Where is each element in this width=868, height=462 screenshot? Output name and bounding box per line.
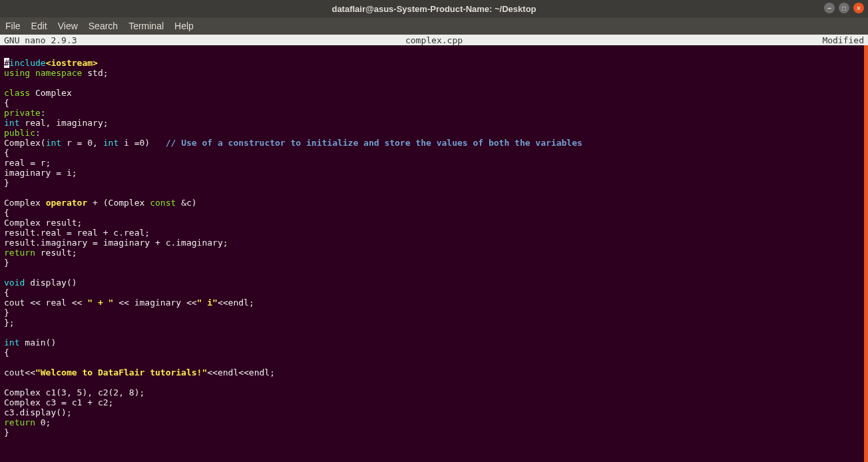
- code-token: {: [4, 208, 9, 218]
- code-token: c3.display();: [4, 407, 72, 417]
- code-token: {: [4, 288, 9, 298]
- code-token: Complex: [30, 88, 72, 98]
- code-token: class: [4, 88, 30, 98]
- cursor: #: [4, 58, 9, 68]
- code-token: int: [103, 138, 118, 148]
- window-controls: – □ ×: [824, 3, 864, 13]
- code-token: + (Complex: [87, 198, 150, 208]
- code-token: display(): [25, 278, 77, 288]
- editor-area[interactable]: #include<iostream> using namespace std; …: [0, 45, 868, 440]
- code-token: Complex: [4, 198, 46, 208]
- code-token: cout << real <<: [4, 298, 87, 308]
- code-token: int: [4, 118, 19, 128]
- code-token: const: [150, 198, 176, 208]
- code-string: "Welcome to DataFlair tutorials!": [35, 367, 207, 377]
- code-token: :: [41, 108, 46, 118]
- nano-modified-status: Modified: [822, 35, 864, 45]
- code-token: :: [35, 128, 41, 138]
- code-token: Complex result;: [4, 218, 82, 228]
- code-token: &c): [176, 198, 196, 208]
- code-token: }: [4, 258, 9, 268]
- code-token: };: [4, 318, 15, 328]
- titlebar: dataflair@asus-System-Product-Name: ~/De…: [0, 0, 868, 17]
- nano-statusbar: GNU nano 2.9.3 complex.cpp Modified: [0, 35, 868, 45]
- code-token: result.real = real + c.real;: [4, 228, 150, 238]
- code-string: " i": [197, 298, 218, 308]
- code-token: imaginary = i;: [4, 168, 77, 178]
- code-token: return: [4, 417, 35, 427]
- menubar: File Edit View Search Terminal Help: [0, 17, 868, 35]
- code-token: }: [4, 308, 9, 318]
- code-token: Complex c1(3, 5), c2(2, 8);: [4, 387, 144, 397]
- code-token: {: [4, 148, 9, 158]
- code-token: include: [9, 58, 46, 68]
- code-token: real, imaginary;: [19, 118, 108, 128]
- code-string: " + ": [87, 298, 113, 308]
- menu-file[interactable]: File: [5, 21, 21, 31]
- code-token: <<endl;: [218, 298, 254, 308]
- code-token: namespace: [35, 68, 82, 78]
- window-title: dataflair@asus-System-Product-Name: ~/De…: [331, 4, 536, 14]
- code-token: result;: [35, 248, 77, 258]
- code-token: <<endl<<endl;: [207, 367, 275, 377]
- code-token: private: [4, 108, 41, 118]
- nano-version: GNU nano 2.9.3: [4, 35, 77, 45]
- code-token: {: [4, 347, 9, 357]
- code-token: int: [46, 138, 61, 148]
- code-token: Complex(: [4, 138, 46, 148]
- code-token: <iostream>: [46, 58, 98, 68]
- close-icon[interactable]: ×: [853, 3, 864, 13]
- code-token: using: [4, 68, 30, 78]
- code-token: operator: [46, 198, 88, 208]
- code-token: std;: [82, 68, 108, 78]
- code-token: return: [4, 248, 35, 258]
- code-token: result.imaginary = imaginary + c.imagina…: [4, 238, 228, 248]
- code-token: }: [4, 178, 9, 188]
- code-comment: // Use of a constructor to initialize an…: [166, 138, 582, 148]
- menu-edit[interactable]: Edit: [31, 21, 47, 31]
- scrollbar[interactable]: [864, 45, 868, 462]
- code-token: cout<<: [4, 367, 35, 377]
- menu-terminal[interactable]: Terminal: [128, 21, 164, 31]
- code-token: real = r;: [4, 158, 51, 168]
- code-token: 0;: [35, 417, 51, 427]
- menu-search[interactable]: Search: [89, 21, 118, 31]
- nano-filename: complex.cpp: [405, 35, 463, 45]
- code-token: << imaginary <<: [113, 298, 196, 308]
- menu-help[interactable]: Help: [174, 21, 194, 31]
- maximize-icon[interactable]: □: [839, 3, 849, 13]
- code-token: r = 0,: [61, 138, 103, 148]
- code-token: }: [4, 427, 9, 437]
- menu-view[interactable]: View: [58, 21, 78, 31]
- minimize-icon[interactable]: –: [824, 3, 835, 13]
- code-token: void: [4, 278, 25, 288]
- code-token: i =0): [118, 138, 165, 148]
- code-token: int: [4, 338, 19, 347]
- code-token: {: [4, 98, 9, 108]
- code-token: Complex c3 = c1 + c2;: [4, 397, 113, 407]
- code-token: main(): [19, 338, 56, 347]
- code-token: public: [4, 128, 35, 138]
